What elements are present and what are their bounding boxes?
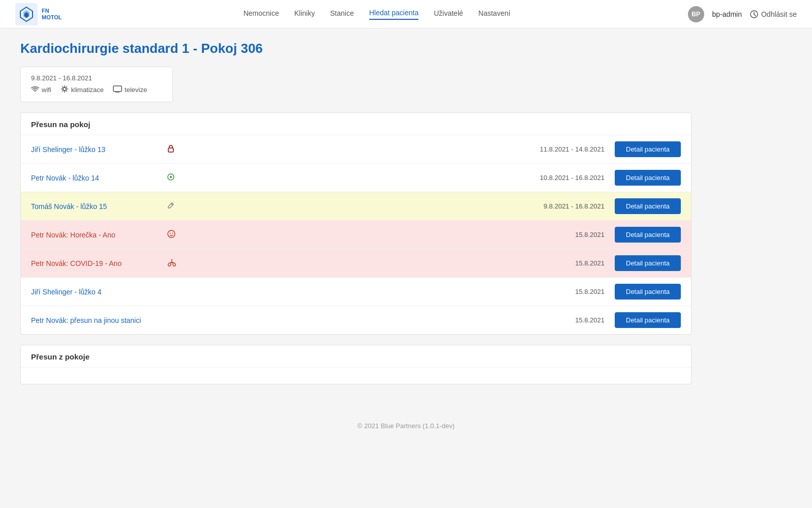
section-out-title: Přesun z pokoje [21,345,691,368]
detail-pacienta-button[interactable]: Detail pacienta [615,198,681,214]
svg-point-20 [168,230,175,237]
row-date: 15.8.2021 [523,231,605,238]
logo-brand-bottom: MOTOL [42,14,62,20]
row-date: 11.8.2021 - 14.8.2021 [523,145,605,153]
table-row: Petr Novák: Horečka - Ano 15.8.2021 Deta… [21,221,691,249]
lock-icon [167,144,183,154]
row-date: 10.8.2021 - 16.8.2021 [523,174,605,182]
wifi-label: wifi [42,86,51,94]
tag-icon [167,173,183,182]
klimatizace-label: klimatizace [71,86,104,94]
nav-kliniky[interactable]: Kliniky [294,9,315,19]
logo-icon [15,3,38,25]
detail-pacienta-button[interactable]: Detail pacienta [615,255,681,271]
patient-name: Tomáš Novák - lůžko 15 [31,202,163,211]
table-row: Petr Novák: přesun na jinou stanici 15.8… [21,306,691,334]
patient-name: Petr Novák - lůžko 14 [31,174,163,182]
patient-name: Jiří Shelinger - lůžko 13 [31,145,163,154]
lungs-icon [167,258,183,268]
section-in-title: Přesun na pokoj [21,113,691,135]
amenity-wifi: wifi [31,86,51,94]
logo-area: FN MOTOL [15,3,66,25]
header: FN MOTOL Nemocnice Kliniky Stanice Hleda… [0,0,812,28]
info-card: 9.8.2021 - 16.8.2021 wifi [20,67,173,102]
table-row: Petr Novák - lůžko 14 10.8.2021 - 16.8.2… [21,164,691,192]
amenity-televize: televize [113,85,147,94]
tv-icon [113,85,122,94]
patient-name: Petr Novák: přesun na jinou stanici [31,316,163,324]
main-nav: Nemocnice Kliniky Stanice Hledat pacient… [66,9,688,20]
nav-hledat-pacienta[interactable]: Hledat pacienta [369,9,418,20]
table-row: Tomáš Novák - lůžko 15 9.8.2021 - 16.8.2… [21,192,691,221]
svg-point-18 [170,176,172,178]
svg-line-12 [66,86,67,88]
nav-nastaveni[interactable]: Nastavení [478,9,510,19]
svg-point-5 [63,87,66,91]
logout-icon [750,10,758,18]
svg-rect-14 [113,86,122,92]
svg-line-13 [62,91,64,92]
avatar: BP [688,6,704,22]
section-presun-z-pokoje: Přesun z pokoje [20,345,691,384]
svg-line-10 [62,86,64,88]
table-row: Petr Novák: COVID-19 - Ano 15.8.2021 Det… [21,249,691,278]
logo-brand-top: FN [42,8,62,14]
svg-point-21 [170,233,171,234]
patient-name: Petr Novák: Horečka - Ano [31,231,163,239]
svg-line-11 [66,91,67,92]
pencil-icon [167,202,183,211]
climate-icon [61,85,69,95]
amenity-klimatizace: klimatizace [61,85,104,95]
nav-stanice[interactable]: Stanice [330,9,354,19]
section-presun-na-pokoj: Přesun na pokoj Jiří Shelinger - lůžko 1… [20,112,691,335]
detail-pacienta-button[interactable]: Detail pacienta [615,227,681,243]
nav-nemocnice[interactable]: Nemocnice [244,9,279,19]
logout-label: Odhlásit se [761,10,797,18]
detail-pacienta-button[interactable]: Detail pacienta [615,312,681,328]
wifi-icon [31,86,39,94]
footer-text: © 2021 Blue Partners (1.0.1-dev) [357,422,455,430]
section-out-empty [21,368,691,384]
table-row: Jiří Shelinger - lůžko 4 15.8.2021 Detai… [21,278,691,306]
patient-name: Jiří Shelinger - lůžko 4 [31,288,163,296]
row-date: 15.8.2021 [523,259,605,267]
smiley-icon [167,230,183,240]
detail-pacienta-button[interactable]: Detail pacienta [615,170,681,186]
main-content: Kardiochirurgie standard 1 - Pokoj 306 9… [0,28,712,407]
footer: © 2021 Blue Partners (1.0.1-dev) [0,407,812,440]
header-right: BP bp-admin Odhlásit se [688,6,797,22]
info-date: 9.8.2021 - 16.8.2021 [31,74,162,82]
nav-uzivatele[interactable]: Uživatelé [434,9,463,19]
detail-pacienta-button[interactable]: Detail pacienta [615,141,681,157]
svg-rect-16 [168,148,173,152]
row-date: 15.8.2021 [523,316,605,324]
patient-name: Petr Novák: COVID-19 - Ano [31,259,163,267]
logout-button[interactable]: Odhlásit se [750,10,797,18]
info-amenities: wifi klimatizace [31,85,162,95]
row-date: 9.8.2021 - 16.8.2021 [523,202,605,210]
detail-pacienta-button[interactable]: Detail pacienta [615,284,681,300]
table-row: Jiří Shelinger - lůžko 13 11.8.2021 - 14… [21,135,691,164]
svg-point-22 [172,233,173,234]
row-date: 15.8.2021 [523,288,605,295]
username-label: bp-admin [712,10,742,18]
page-title: Kardiochirurgie standard 1 - Pokoj 306 [20,41,691,56]
televize-label: televize [125,86,147,94]
